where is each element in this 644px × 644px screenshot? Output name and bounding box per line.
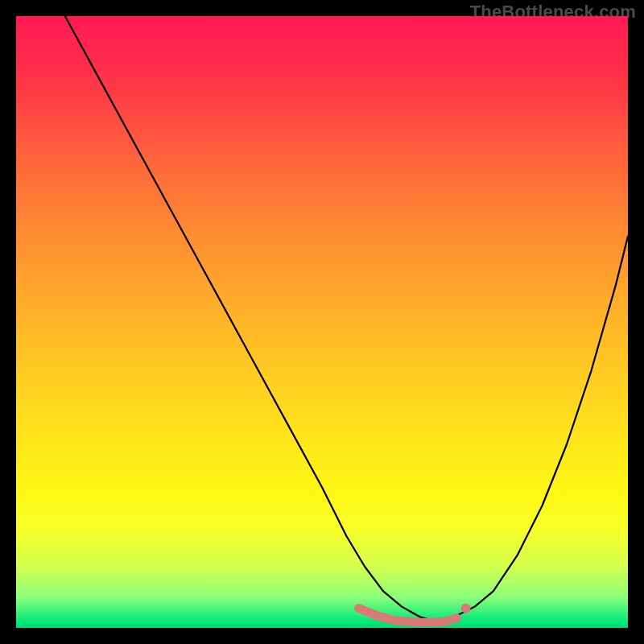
- plot-area: [16, 16, 628, 628]
- threshold-dot: [461, 604, 471, 613]
- series-layer: [65, 16, 628, 622]
- series-right-branch: [438, 237, 628, 622]
- chart-frame: TheBottleneck.com: [0, 0, 644, 644]
- series-left-branch: [65, 16, 439, 621]
- curve-layer: [16, 16, 628, 628]
